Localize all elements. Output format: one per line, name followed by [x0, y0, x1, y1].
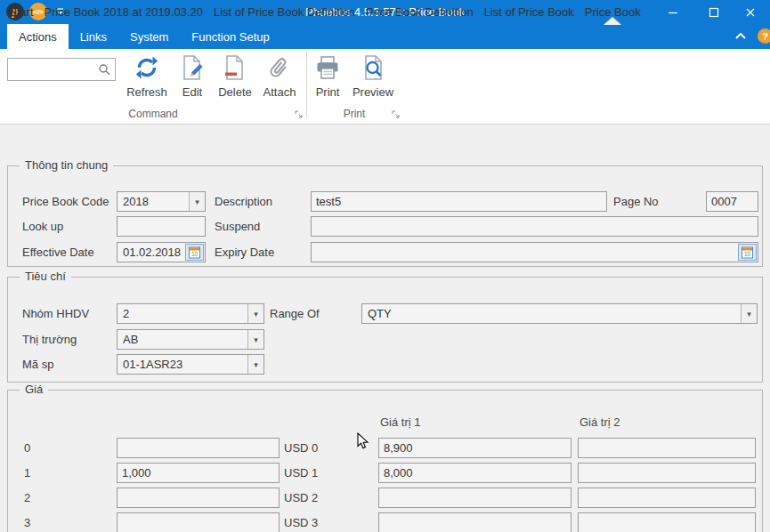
price-amount-input-0[interactable] — [117, 438, 280, 458]
attach-button[interactable]: Attach — [259, 53, 300, 105]
minimize-icon — [668, 7, 678, 18]
edit-button[interactable]: Edit — [174, 53, 210, 105]
suspend-label: Suspend — [215, 220, 260, 233]
nav-item-start[interactable]: Start — [4, 0, 38, 24]
refresh-button[interactable]: Refresh — [124, 53, 170, 105]
svg-text:10: 10 — [191, 251, 199, 257]
page-no-label: Page No — [613, 195, 659, 208]
expiry-date-label: Expiry Date — [215, 246, 274, 259]
minimize-button[interactable] — [652, 0, 693, 24]
effective-date-picker[interactable]: 01.02.2018 10 — [117, 242, 206, 262]
price-row-index: 0 — [24, 441, 30, 455]
tab-function-setup[interactable]: Function Setup — [180, 24, 280, 49]
delete-button[interactable]: Delete — [212, 53, 258, 105]
nhom-hhdv-label: Nhóm HHDV — [22, 307, 89, 320]
price-row-index: 3 — [24, 516, 30, 529]
value1-input-3[interactable] — [378, 512, 571, 532]
nav-item-price-book-active[interactable]: Price Book — [580, 0, 646, 24]
value2-input-0[interactable] — [578, 438, 756, 458]
thi-truong-label: Thị trường — [22, 333, 77, 346]
chevron-down-icon[interactable]: ▾ — [247, 330, 263, 349]
currency-label-3: USD 3 — [284, 516, 318, 529]
refresh-icon — [134, 53, 160, 82]
active-tab-caret-icon — [604, 16, 621, 25]
search-icon — [98, 63, 111, 77]
section-general-title: Thông tin chung — [20, 158, 113, 172]
collapse-ribbon-button[interactable] — [730, 27, 751, 44]
value1-input-2[interactable] — [378, 488, 571, 508]
maximize-button[interactable] — [693, 0, 734, 24]
price-row-index: 1 — [24, 466, 30, 480]
nav-item-price-book-2018[interactable]: Price Book 2018 at 2019.03.20 — [38, 0, 208, 24]
preview-button[interactable]: Preview — [348, 53, 398, 105]
command-dialog-launcher-icon[interactable] — [294, 109, 303, 118]
value1-column-header: Giá trị 1 — [380, 415, 421, 429]
section-price: Giá Giá trị 1 Giá trị 2 0 USD 0 1 USD 1 … — [7, 390, 763, 532]
section-criteria: Tiêu chí Nhóm HHDV 2 ▾ Range Of QTY ▾ Th… — [7, 277, 763, 383]
value2-column-header: Giá trị 2 — [580, 415, 620, 429]
price-amount-input-2[interactable] — [117, 488, 280, 508]
thi-truong-combo[interactable]: AB ▾ — [117, 329, 264, 350]
nav-item-price-book-definition[interactable]: Price Book Definition — [361, 0, 479, 24]
nav-item-list-of-price-book[interactable]: List of Price Book — [479, 0, 580, 24]
currency-label-2: USD 2 — [284, 491, 318, 504]
currency-label-0: USD 0 — [284, 441, 318, 455]
delete-icon — [222, 53, 248, 82]
print-button[interactable]: Print — [311, 53, 344, 105]
calendar-icon[interactable]: 10 — [738, 244, 757, 261]
currency-label-1: USD 1 — [284, 466, 318, 480]
chevron-down-icon[interactable]: ▾ — [741, 304, 757, 323]
close-icon — [745, 7, 756, 18]
calendar-icon[interactable]: 10 — [185, 244, 204, 261]
print-dialog-launcher-icon[interactable] — [391, 109, 400, 118]
look-up-input[interactable] — [117, 216, 206, 237]
effective-date-label: Effective Date — [22, 246, 94, 259]
tab-system[interactable]: System — [118, 24, 180, 49]
suspend-input[interactable] — [311, 216, 758, 237]
ribbon: Refresh Edit Delete Att — [0, 49, 770, 125]
close-button[interactable] — [730, 0, 770, 24]
section-price-title: Giá — [20, 383, 48, 396]
tab-actions[interactable]: Actions — [7, 24, 69, 49]
range-of-label: Range Of — [270, 307, 320, 320]
price-amount-input-1[interactable] — [117, 463, 280, 483]
print-group-label: Print — [307, 108, 401, 122]
price-amount-input-3[interactable] — [117, 512, 280, 532]
nhom-hhdv-combo[interactable]: 2 ▾ — [117, 303, 264, 324]
help-button[interactable]: ? — [758, 28, 770, 44]
chevron-down-icon[interactable]: ▾ — [189, 192, 205, 211]
preview-icon — [360, 53, 386, 82]
value1-input-0[interactable] — [378, 438, 571, 458]
description-label: Description — [215, 195, 272, 208]
look-up-label: Look up — [22, 220, 63, 233]
print-icon — [314, 53, 341, 82]
page-no-input[interactable] — [706, 191, 758, 212]
chevron-down-icon[interactable]: ▾ — [247, 304, 263, 323]
svg-text:10: 10 — [744, 251, 751, 257]
section-general-info: Thông tin chung Price Book Code 2018 ▾ D… — [7, 165, 763, 267]
description-input[interactable] — [311, 191, 607, 212]
tab-links[interactable]: Links — [69, 24, 118, 49]
section-criteria-title: Tiêu chí — [20, 270, 71, 283]
value2-input-2[interactable] — [578, 488, 756, 508]
edit-icon — [179, 53, 206, 82]
attach-icon — [266, 53, 293, 82]
ma-sp-combo[interactable]: 01-1ASR23 ▾ — [117, 354, 264, 375]
price-row-index: 2 — [24, 491, 30, 504]
value2-input-3[interactable] — [578, 512, 756, 532]
nav-item-list-of-price-book-definition[interactable]: List of Price Book Definition — [208, 0, 361, 24]
chevron-up-icon — [734, 32, 747, 39]
range-of-combo[interactable]: QTY ▾ — [361, 303, 758, 324]
mouse-cursor — [357, 432, 369, 450]
price-book-code-combo[interactable]: 2018 ▾ — [117, 191, 206, 212]
search-input[interactable] — [8, 59, 98, 80]
value1-input-1[interactable] — [378, 463, 571, 483]
ribbon-tab-row: Actions Links System Function Setup — [0, 24, 770, 49]
expiry-date-picker[interactable]: 10 — [311, 242, 758, 262]
chevron-down-icon[interactable]: ▾ — [247, 355, 263, 374]
value2-input-1[interactable] — [578, 463, 756, 483]
ribbon-search-box[interactable] — [7, 58, 116, 81]
command-group-label: Command — [0, 108, 306, 122]
price-book-code-label: Price Book Code — [22, 195, 109, 208]
maximize-icon — [709, 7, 719, 18]
